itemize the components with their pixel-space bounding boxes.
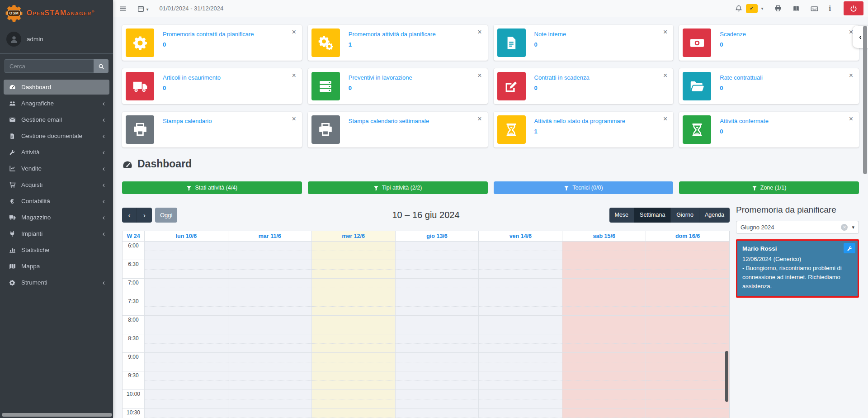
print-button[interactable] bbox=[774, 5, 782, 13]
calendar-slot[interactable] bbox=[646, 297, 729, 315]
widget-title-link[interactable]: Contratti in scadenza bbox=[534, 74, 656, 81]
calendar-slot[interactable] bbox=[478, 408, 562, 418]
calendar-slot[interactable] bbox=[395, 242, 479, 260]
calendar-slot[interactable] bbox=[562, 279, 646, 297]
close-icon[interactable]: × bbox=[292, 72, 296, 79]
plan-activity-button[interactable] bbox=[844, 243, 855, 253]
day-header[interactable]: sab 15/6 bbox=[562, 231, 646, 241]
horizontal-scrollbar-thumb[interactable] bbox=[2, 413, 112, 417]
sidebar-item-vendite[interactable]: Vendite‹ bbox=[4, 161, 109, 176]
view-settimana-button[interactable]: Settimana bbox=[634, 208, 671, 223]
clear-icon[interactable]: × bbox=[841, 224, 848, 231]
calendar-slot[interactable] bbox=[144, 334, 228, 352]
close-icon[interactable]: × bbox=[849, 115, 853, 123]
calendar-slot[interactable] bbox=[562, 408, 646, 418]
today-button[interactable]: Oggi bbox=[155, 208, 177, 223]
close-icon[interactable]: × bbox=[477, 72, 481, 79]
notifications-group[interactable]: ✓ ▾ bbox=[735, 4, 764, 13]
sidebar-item-acquisti[interactable]: Acquisti‹ bbox=[4, 177, 109, 192]
calendar-slot[interactable] bbox=[311, 279, 395, 297]
sidebar-item-dashboard[interactable]: Dashboard bbox=[4, 80, 109, 95]
calendar-slot[interactable] bbox=[311, 408, 395, 418]
period-range[interactable]: 01/01/2024 - 31/12/2024 bbox=[159, 5, 223, 12]
search-button[interactable] bbox=[94, 59, 108, 73]
close-icon[interactable]: × bbox=[477, 28, 481, 36]
calendar-slot[interactable] bbox=[646, 408, 729, 418]
logout-button[interactable] bbox=[844, 1, 863, 15]
calendar-slot[interactable] bbox=[144, 316, 228, 334]
calendar-slot[interactable] bbox=[311, 242, 395, 260]
brand[interactable]: OSM OpenSTAManager® bbox=[0, 0, 113, 26]
close-icon[interactable]: × bbox=[292, 115, 296, 123]
widget-title-link[interactable]: Promemoria attività da pianificare bbox=[349, 31, 470, 38]
calendar-slot[interactable] bbox=[144, 408, 228, 418]
calendar-slot[interactable] bbox=[228, 279, 311, 297]
search-input[interactable] bbox=[5, 59, 94, 73]
calendar-slot[interactable] bbox=[478, 390, 562, 408]
sidebar-item-anagrafiche[interactable]: Anagrafiche‹ bbox=[4, 96, 109, 111]
filter-zone-button[interactable]: Zone (1/1) bbox=[679, 181, 859, 194]
calendar-slot[interactable] bbox=[478, 297, 562, 315]
widget-title-link[interactable]: Promemoria contratti da pianificare bbox=[163, 31, 284, 38]
calendar-slot[interactable] bbox=[144, 371, 228, 390]
calendar-slot[interactable] bbox=[228, 371, 311, 390]
calendar-slot[interactable] bbox=[395, 297, 479, 315]
calendar-slot[interactable] bbox=[395, 390, 479, 408]
day-header[interactable]: gio 13/6 bbox=[395, 231, 479, 241]
calendar-slot[interactable] bbox=[144, 297, 228, 315]
calendar-slot[interactable] bbox=[646, 334, 729, 352]
filter-tecnici-button[interactable]: Tecnici (0/0) bbox=[494, 181, 674, 194]
calendar-slot[interactable] bbox=[646, 353, 729, 371]
sidebar-item-magazzino[interactable]: Magazzino‹ bbox=[4, 210, 109, 225]
calendar-slot[interactable] bbox=[478, 260, 562, 278]
calendar-scrollbar-thumb[interactable] bbox=[725, 351, 728, 402]
prev-week-button[interactable]: ‹ bbox=[122, 208, 137, 223]
sidebar-item-impianti[interactable]: Impianti‹ bbox=[4, 226, 109, 241]
widget-title-link[interactable]: Note interne bbox=[534, 31, 656, 38]
shortcuts-button[interactable] bbox=[811, 4, 818, 12]
calendar-slot[interactable] bbox=[144, 242, 228, 260]
close-icon[interactable]: × bbox=[477, 115, 481, 123]
day-header[interactable]: dom 16/6 bbox=[646, 231, 729, 241]
vertical-scrollbar-thumb[interactable] bbox=[863, 26, 867, 174]
calendar-slot[interactable] bbox=[311, 371, 395, 390]
calendar-slot[interactable] bbox=[144, 390, 228, 408]
sidebar-item-attivita[interactable]: Attività‹ bbox=[4, 145, 109, 160]
widget-title-link[interactable]: Attività confermate bbox=[720, 118, 841, 124]
day-header[interactable]: ven 14/6 bbox=[478, 231, 562, 241]
calendar-slot[interactable] bbox=[478, 334, 562, 352]
calendar-slot[interactable] bbox=[311, 353, 395, 371]
calendar-slot[interactable] bbox=[311, 297, 395, 315]
view-mese-button[interactable]: Mese bbox=[609, 208, 635, 223]
calendar-slot[interactable] bbox=[311, 260, 395, 278]
calendar-slot[interactable] bbox=[562, 242, 646, 260]
docs-button[interactable] bbox=[793, 5, 800, 13]
sidebar-item-statistiche[interactable]: Statistiche bbox=[4, 242, 109, 257]
sidebar-toggle-button[interactable] bbox=[119, 5, 127, 13]
calendar-slot[interactable] bbox=[562, 297, 646, 315]
calendar-dropdown-button[interactable]: ▾ bbox=[137, 5, 148, 13]
calendar-slot[interactable] bbox=[144, 353, 228, 371]
close-icon[interactable]: × bbox=[292, 28, 296, 36]
calendar-slot[interactable] bbox=[311, 334, 395, 352]
calendar-slot[interactable] bbox=[646, 279, 729, 297]
calendar-slot[interactable] bbox=[228, 408, 311, 418]
calendar-slot[interactable] bbox=[478, 242, 562, 260]
calendar-slot[interactable] bbox=[562, 334, 646, 352]
avatar[interactable] bbox=[6, 32, 21, 47]
calendar-slot[interactable] bbox=[395, 353, 479, 371]
calendar-slot[interactable] bbox=[228, 353, 311, 371]
calendar-slot[interactable] bbox=[562, 316, 646, 334]
close-icon[interactable]: × bbox=[849, 72, 853, 79]
day-header[interactable]: lun 10/6 bbox=[144, 231, 228, 241]
calendar-slot[interactable] bbox=[395, 316, 479, 334]
filter-stati-attivita-button[interactable]: Stati attività (4/4) bbox=[122, 181, 302, 194]
calendar-slot[interactable] bbox=[562, 260, 646, 278]
widget-title-link[interactable]: Stampa calendario settimanale bbox=[349, 118, 470, 124]
calendar-slot[interactable] bbox=[395, 408, 479, 418]
widget-title-link[interactable]: Articoli in esaurimento bbox=[163, 74, 284, 81]
day-header[interactable]: mar 11/6 bbox=[228, 231, 311, 241]
month-filter-select[interactable]: Giugno 2024 × ▾ bbox=[736, 221, 859, 234]
calendar-slot[interactable] bbox=[478, 279, 562, 297]
close-icon[interactable]: × bbox=[663, 115, 667, 123]
